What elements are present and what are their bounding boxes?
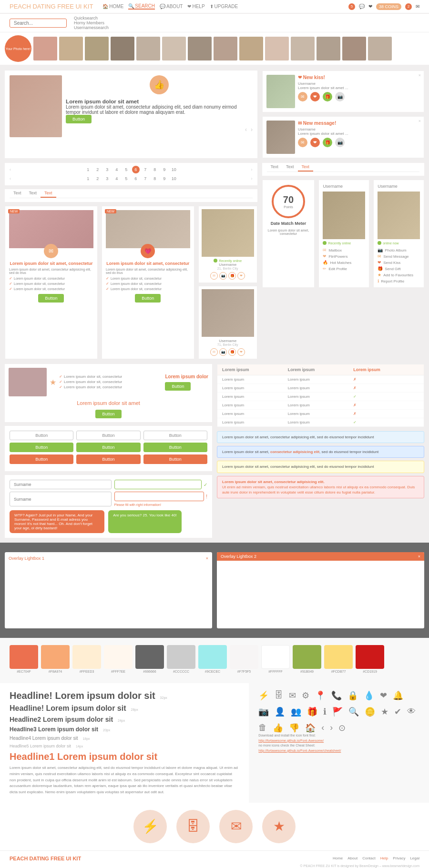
nav-search[interactable]: 🔍 SEARCH [128, 3, 155, 10]
footer-link-help[interactable]: Help [380, 856, 388, 860]
featured-section-button[interactable]: Button [95, 410, 121, 418]
prev-page-2[interactable]: ‹ [10, 176, 11, 181]
up-action-send-kiss[interactable]: ❤ Send Kiss [378, 260, 420, 265]
form-input-surname-2[interactable] [10, 492, 112, 506]
page-2[interactable]: 2 [94, 166, 102, 173]
up-action-edit[interactable]: ✏ Edit Profile [323, 266, 365, 271]
search-input[interactable] [10, 19, 67, 28]
form-input-error[interactable] [114, 492, 204, 501]
page2-6[interactable]: 6 [132, 175, 140, 182]
btn-green-3[interactable]: Button [143, 443, 207, 452]
up-action-matches[interactable]: 🔥 Hot Matches [323, 260, 365, 265]
profile-thumb-8[interactable] [214, 37, 237, 61]
right-tab-2[interactable]: Text [282, 163, 298, 172]
up-action-send-gift[interactable]: 🎁 Send Gift [378, 266, 420, 271]
prev-arrow[interactable]: ‹ [245, 126, 247, 133]
footer-link-about[interactable]: About [347, 856, 358, 860]
page-6[interactable]: 6 [132, 166, 140, 173]
btn-orange-2[interactable]: Button [76, 454, 140, 464]
page-5[interactable]: 5 [123, 166, 130, 173]
match-camera-1[interactable]: 📷 [219, 272, 227, 280]
form-input-success[interactable] [114, 480, 202, 489]
notif-close-2[interactable]: × [419, 119, 421, 123]
quicksearch-link[interactable]: Quicksearch [74, 16, 109, 20]
up-action-photo[interactable]: 📷 Photo Album [378, 248, 420, 252]
page2-9[interactable]: 9 [161, 175, 168, 182]
page2-3[interactable]: 3 [103, 175, 111, 182]
right-tab-3[interactable]: Text [298, 163, 314, 172]
up-action-send-msg[interactable]: ✉ Send Message [378, 254, 420, 259]
notif-icon-heart-1[interactable]: ❤ [310, 92, 320, 101]
up-action-mailbox[interactable]: ✉ Mailbox [323, 248, 365, 252]
horny-members-link[interactable]: Horny Members [74, 20, 109, 25]
notification-badge-1[interactable]: 5 [348, 3, 355, 10]
profile-thumb-9[interactable] [239, 37, 263, 61]
profile-button-1[interactable]: Button [38, 294, 64, 303]
footer-link-legal[interactable]: Legal [410, 856, 419, 860]
btn-green-2[interactable]: Button [76, 443, 140, 452]
featured-button[interactable]: Button [165, 382, 191, 391]
profile-thumb-1[interactable] [33, 37, 57, 61]
profile-thumb-6[interactable] [162, 37, 186, 61]
footer-link-privacy[interactable]: Privacy [393, 856, 405, 860]
notification-badge-2[interactable]: 2 [405, 3, 412, 10]
profile-thumb-14[interactable] [368, 37, 392, 61]
profile-button-2[interactable]: Button [135, 294, 161, 303]
form-input-surname-1[interactable] [10, 480, 112, 489]
btn-outline-3[interactable]: Button [143, 431, 207, 440]
match-heart-1[interactable]: ❤ [237, 272, 245, 280]
notif-icon-camera-1[interactable]: 📷 [335, 92, 345, 101]
profile-thumb-3[interactable] [85, 37, 109, 61]
page2-4[interactable]: 4 [113, 175, 121, 182]
up-action-flirt[interactable]: ❤ FlirtPowers [323, 254, 365, 259]
tab-text-1[interactable]: Text [10, 189, 25, 198]
profile-thumb-5[interactable] [136, 37, 160, 61]
page-9[interactable]: 9 [161, 166, 168, 173]
match-camera-2[interactable]: 📷 [219, 348, 227, 356]
nav-about[interactable]: 💬 ABOUT [160, 3, 183, 10]
btn-outline-1[interactable]: Button [10, 431, 73, 440]
username-search-link[interactable]: Usernamessearch [74, 25, 109, 30]
nav-help[interactable]: ❤ HELP [187, 3, 204, 10]
footer-link-home[interactable]: Home [333, 856, 343, 860]
page2-1[interactable]: 1 [84, 175, 92, 182]
notif-close-1[interactable]: × [419, 73, 421, 78]
page-7[interactable]: 7 [142, 166, 149, 173]
page2-5[interactable]: 5 [123, 175, 130, 182]
profile-thumb-13[interactable] [342, 37, 366, 61]
profile-thumb-12[interactable] [317, 37, 340, 61]
icons-url-1[interactable]: http://fortawesome.github.io/Font-Awesom… [258, 739, 324, 742]
page-8[interactable]: 8 [151, 166, 159, 173]
notif-icon-camera-2[interactable]: 📷 [335, 138, 345, 147]
notif-icon-gift-2[interactable]: 🎁 [323, 138, 332, 147]
page-10[interactable]: 10 [170, 166, 178, 173]
page-1[interactable]: 1 [84, 166, 92, 173]
right-tab-1[interactable]: Text [267, 163, 283, 172]
profile-thumb-7[interactable] [188, 37, 212, 61]
match-gift-1[interactable]: 🎁 [228, 272, 236, 280]
nav-home[interactable]: 🏠 HOME [102, 3, 123, 10]
up-action-fav[interactable]: ★ Add to Favourites [378, 273, 420, 277]
page2-7[interactable]: 7 [142, 175, 149, 182]
nav-upgrade[interactable]: ⬆ UPGRADE [210, 3, 238, 10]
coins-display[interactable]: 38 COINS [376, 3, 401, 10]
up-action-report[interactable]: ℹ Report Profile [378, 279, 420, 283]
footer-link-contact[interactable]: Contact [362, 856, 376, 860]
overlay-close-1[interactable]: × [206, 556, 208, 561]
notif-icon-mail-2[interactable]: ✉ [298, 138, 307, 147]
icons-url-2[interactable]: http://fortawesome.github.io/Font-Awesom… [258, 749, 341, 752]
overlay-close-2[interactable]: × [418, 554, 420, 559]
next-page-1[interactable]: › [251, 167, 253, 172]
profile-thumb-4[interactable] [111, 37, 134, 61]
notif-icon-gift-1[interactable]: 🎁 [323, 92, 332, 101]
next-page-2[interactable]: › [251, 176, 253, 181]
btn-outline-2[interactable]: Button [76, 431, 140, 440]
page-3[interactable]: 3 [103, 166, 111, 173]
prev-page-1[interactable]: ‹ [10, 167, 11, 172]
hero-button[interactable]: Button [66, 115, 92, 123]
notif-icon-mail-1[interactable]: ✉ [298, 92, 307, 101]
profile-thumb-11[interactable] [291, 37, 315, 61]
next-arrow[interactable]: › [251, 126, 253, 133]
page2-10[interactable]: 10 [170, 175, 178, 182]
tab-text-2[interactable]: Text [25, 189, 41, 198]
